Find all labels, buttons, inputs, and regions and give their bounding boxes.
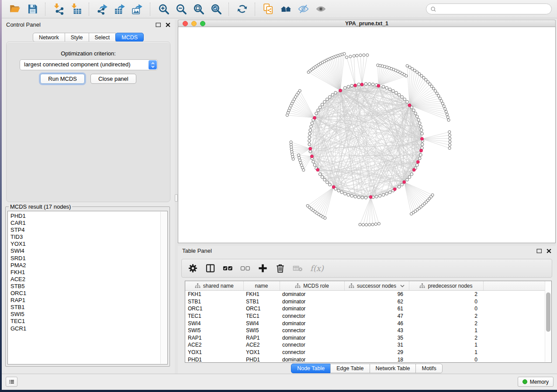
- graph-leaf-node[interactable]: [377, 222, 380, 225]
- table-scrollbar-thumb[interactable]: [546, 292, 550, 332]
- graph-hub-node[interactable]: [332, 186, 335, 189]
- graph-hub-node[interactable]: [412, 168, 415, 171]
- cell-successor-nodes[interactable]: 47: [344, 313, 409, 320]
- graph-hub-node[interactable]: [419, 149, 422, 152]
- cell-predecessor-nodes[interactable]: 1: [409, 327, 483, 334]
- graph-leaf-node[interactable]: [432, 87, 435, 90]
- graph-node[interactable]: [408, 175, 411, 179]
- cell-shared-name[interactable]: YOX1: [185, 349, 243, 356]
- mcds-result-item[interactable]: PHD1: [10, 213, 167, 220]
- add-column-button[interactable]: [258, 263, 268, 273]
- cell-mcds-role[interactable]: connector: [280, 341, 344, 349]
- graph-node[interactable]: [371, 83, 374, 86]
- cell-mcds-role[interactable]: dominator: [280, 320, 344, 327]
- graph-leaf-node[interactable]: [371, 223, 374, 226]
- graph-leaf-node[interactable]: [434, 89, 436, 92]
- graph-leaf-node[interactable]: [359, 54, 362, 56]
- cell-name[interactable]: RAP1: [243, 334, 280, 342]
- cell-name[interactable]: ORC1: [243, 305, 280, 313]
- search-box[interactable]: [426, 3, 552, 14]
- graph-hub-node[interactable]: [360, 83, 363, 86]
- graph-node[interactable]: [308, 132, 311, 135]
- graph-leaf-node[interactable]: [290, 141, 292, 143]
- tab-mcds[interactable]: MCDS: [115, 33, 144, 42]
- close-panel-button[interactable]: Close panel: [90, 74, 136, 84]
- graph-node[interactable]: [334, 91, 337, 94]
- cell-successor-nodes[interactable]: 43: [344, 327, 409, 334]
- graph-leaf-node[interactable]: [408, 66, 411, 69]
- graph-hub-node[interactable]: [309, 147, 312, 150]
- graph-leaf-node[interactable]: [405, 75, 408, 77]
- zoom-selected-button[interactable]: [208, 1, 224, 17]
- graph-node[interactable]: [418, 157, 421, 160]
- graph-node[interactable]: [357, 83, 360, 86]
- graph-node[interactable]: [310, 125, 313, 128]
- hide-graphics-details-button[interactable]: [295, 1, 311, 17]
- mcds-result-item[interactable]: STP4: [10, 227, 167, 234]
- graph-node[interactable]: [315, 112, 318, 115]
- mcds-result-item[interactable]: GCR1: [10, 325, 167, 332]
- cell-successor-nodes[interactable]: 96: [344, 291, 409, 298]
- graph-leaf-node[interactable]: [440, 100, 443, 102]
- refresh-view-button[interactable]: [234, 1, 250, 17]
- mcds-result-item[interactable]: ACE2: [10, 276, 167, 283]
- graph-node[interactable]: [382, 85, 385, 88]
- table-row[interactable]: PHD1PHD1dominator180: [185, 356, 545, 363]
- graph-leaf-node[interactable]: [418, 72, 421, 75]
- tab-select[interactable]: Select: [89, 33, 116, 42]
- graph-node[interactable]: [388, 191, 391, 194]
- network-canvas[interactable]: [178, 27, 556, 243]
- graph-leaf-node[interactable]: [345, 56, 348, 58]
- open-file-button[interactable]: [7, 1, 23, 17]
- table-row[interactable]: TEC1TEC1connector472: [185, 313, 545, 320]
- graph-node[interactable]: [340, 191, 343, 194]
- graph-leaf-node[interactable]: [365, 224, 368, 226]
- graph-node[interactable]: [414, 112, 417, 115]
- cell-name[interactable]: ACE2: [243, 341, 280, 349]
- splitter-handle[interactable]: [175, 194, 178, 202]
- graph-node[interactable]: [318, 106, 322, 109]
- graph-node[interactable]: [421, 132, 424, 135]
- network-overview-button[interactable]: [278, 1, 294, 17]
- graph-leaf-node[interactable]: [436, 92, 438, 95]
- cell-successor-nodes[interactable]: 62: [344, 298, 409, 306]
- graph-node[interactable]: [343, 192, 346, 195]
- delete-column-button[interactable]: [275, 263, 285, 273]
- graph-node[interactable]: [321, 175, 324, 179]
- graph-node[interactable]: [357, 196, 360, 199]
- cell-predecessor-nodes[interactable]: 1: [409, 341, 483, 349]
- graph-leaf-node[interactable]: [362, 224, 364, 226]
- graph-node[interactable]: [312, 160, 315, 163]
- graph-node[interactable]: [323, 100, 326, 103]
- close-table-panel-icon[interactable]: [546, 248, 552, 254]
- graph-node[interactable]: [401, 183, 404, 186]
- graph-leaf-node[interactable]: [430, 85, 433, 88]
- graph-node[interactable]: [398, 186, 401, 189]
- graph-node[interactable]: [326, 98, 329, 101]
- show-graphics-details-button[interactable]: [313, 1, 329, 17]
- graph-node[interactable]: [419, 125, 422, 128]
- cell-predecessor-nodes[interactable]: 2: [409, 291, 483, 298]
- graph-leaf-node[interactable]: [447, 119, 450, 121]
- graph-node[interactable]: [364, 83, 367, 86]
- table-scrollbar[interactable]: [545, 282, 551, 362]
- cell-predecessor-nodes[interactable]: 0: [409, 298, 483, 306]
- graph-leaf-node[interactable]: [445, 110, 447, 113]
- cell-shared-name[interactable]: PHD1: [185, 356, 243, 363]
- graph-node[interactable]: [382, 193, 385, 196]
- cell-shared-name[interactable]: SWI5: [185, 327, 243, 334]
- graph-node[interactable]: [401, 96, 404, 99]
- graph-node[interactable]: [415, 115, 419, 118]
- graph-leaf-node[interactable]: [439, 97, 441, 100]
- graph-leaf-node[interactable]: [343, 52, 346, 55]
- table-row[interactable]: ACE2ACE2connector311: [185, 341, 545, 349]
- graph-node[interactable]: [329, 183, 332, 186]
- graph-leaf-node[interactable]: [446, 116, 449, 118]
- graph-node[interactable]: [323, 178, 326, 181]
- cell-mcds-role[interactable]: dominator: [280, 305, 344, 313]
- graph-hub-node[interactable]: [408, 104, 411, 107]
- column-header-name[interactable]: name: [243, 281, 280, 291]
- graph-node[interactable]: [309, 129, 312, 132]
- float-table-panel-icon[interactable]: [536, 248, 542, 254]
- cell-name[interactable]: SWI5: [243, 327, 280, 334]
